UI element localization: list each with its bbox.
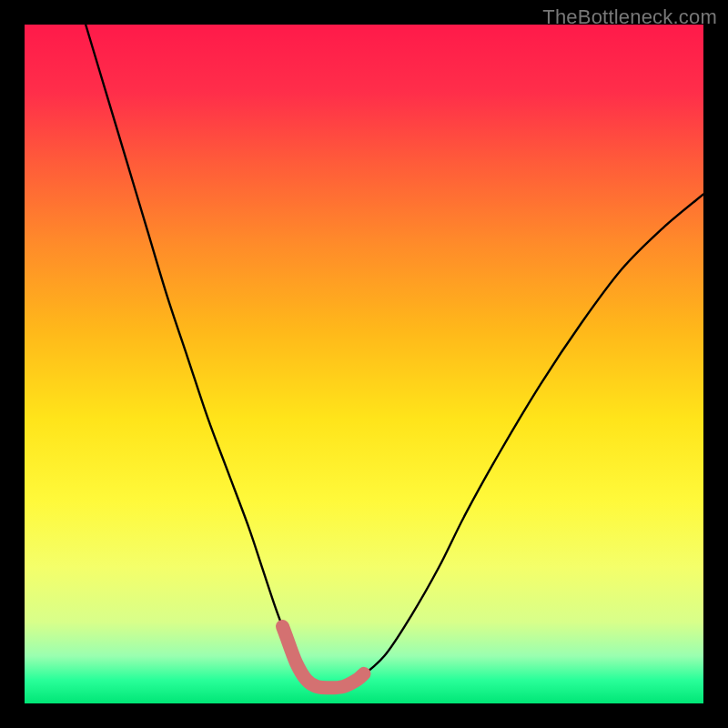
plot-area [25,25,703,703]
bottleneck-chart [25,25,703,703]
chart-stage: TheBottleneck.com [0,0,728,728]
gradient-background [25,25,703,703]
